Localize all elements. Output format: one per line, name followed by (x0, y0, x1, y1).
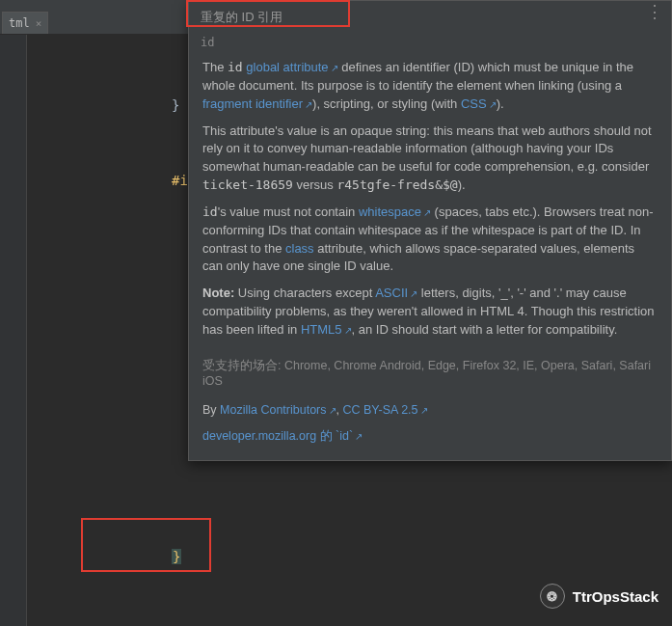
doc-text: 's value must not contain (218, 204, 359, 219)
doc-text: ), scripting, or styling (with (312, 96, 461, 111)
doc-code: id (202, 204, 218, 219)
watermark: ❂ TtrOpsStack (540, 584, 659, 609)
code-text: } (172, 549, 181, 564)
file-tab[interactable]: tml × (2, 12, 48, 34)
doc-code: r45tgfe-freds&$@ (336, 177, 457, 192)
popup-subtitle: id (189, 32, 671, 53)
link-class[interactable]: class (285, 241, 314, 256)
supported-label: 受支持的场合: (202, 359, 281, 372)
popup-body: The id global attribute defines an ident… (189, 53, 671, 354)
link-css[interactable]: CSS (461, 96, 497, 111)
doc-text: Using characters except (234, 286, 375, 300)
chat-icon: ❂ (540, 584, 565, 609)
doc-code: ticket-18659 (202, 177, 293, 192)
doc-note-label: Note: (202, 286, 234, 300)
popup-title: 重复的 ID 引用 (201, 10, 282, 24)
doc-text: The (202, 60, 228, 74)
gutter (0, 35, 27, 626)
doc-text: By (202, 403, 220, 417)
link-whitespace[interactable]: whitespace (359, 204, 431, 219)
more-icon[interactable]: ⋮ (646, 5, 663, 18)
documentation-popup: 重复的 ID 引用 ⋮ id The id global attribute d… (188, 0, 672, 461)
link-contributors[interactable]: Mozilla Contributors (220, 403, 336, 417)
file-tab-label: tml (9, 16, 30, 30)
doc-text: This attribute's value is an opaque stri… (202, 123, 652, 175)
doc-text: , an ID should start with a letter for c… (352, 322, 618, 337)
close-icon[interactable]: × (36, 17, 42, 30)
link-fragment-identifier[interactable]: fragment identifier (202, 96, 312, 111)
doc-code: id (228, 60, 243, 74)
link-license[interactable]: CC BY-SA 2.5 (342, 403, 427, 417)
code-text: } (172, 97, 179, 113)
doc-text: versus (293, 177, 337, 192)
link-global-attribute[interactable]: global attribute (246, 60, 337, 74)
watermark-text: TtrOpsStack (573, 588, 659, 605)
link-ascii[interactable]: ASCII (375, 286, 417, 300)
doc-text: ). (458, 177, 466, 192)
doc-text: ). (497, 96, 504, 111)
link-html5[interactable]: HTML5 (301, 322, 352, 337)
link-source[interactable]: developer.mozilla.org 的 `id` (202, 429, 363, 443)
